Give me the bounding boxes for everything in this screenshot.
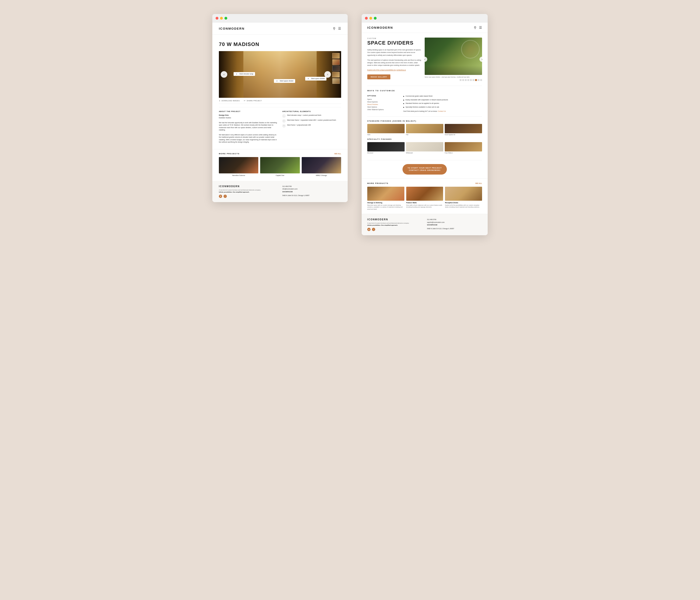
hero-dot-9[interactable]	[480, 79, 482, 81]
hero-dot-1[interactable]	[460, 79, 461, 81]
swatch-flat[interactable]	[406, 124, 443, 133]
about-section: ABOUT THE PROJECT Design firm: Eastlake …	[219, 107, 341, 146]
swatch-charcoal-wrap: Ebonized	[367, 142, 405, 154]
dot-yellow-right[interactable]	[369, 17, 372, 20]
right-footer-tagline: A new kind of custom furniture and archi…	[367, 222, 422, 226]
right-footer-contact: 312.498.5766 sayinfo@iconmodern.com SHOW…	[427, 218, 482, 230]
thumbnail-1[interactable]	[332, 53, 340, 58]
carousel-prev-button[interactable]: ‹	[221, 71, 227, 78]
project-image-3	[302, 157, 341, 173]
hero-dot-2[interactable]	[462, 79, 464, 81]
see-all-projects-link[interactable]: SEE ALL	[334, 153, 341, 154]
share-project-link[interactable]: ↩ SHARE PROJECT	[244, 100, 262, 102]
products-grid: Storage & Shelving Maximize space with o…	[367, 187, 482, 210]
footer-phone: 312.498.5766	[282, 185, 341, 188]
more-products-title: MORE PRODUCTS	[367, 182, 389, 184]
feature-1: Commercial grade water-based finish	[403, 95, 482, 98]
dot-red-right[interactable]	[365, 17, 368, 20]
right-footer-address: 5480 N Joliet St #110, Chicago IL 60657	[427, 227, 482, 230]
facebook-icon[interactable]: f	[224, 195, 227, 198]
option-wood-finishes[interactable]: Wood Finishes	[367, 104, 400, 105]
dot-red[interactable]	[216, 17, 218, 20]
hero-main-image	[425, 38, 482, 75]
swatch-whitewash-label: Whitewash	[406, 152, 443, 154]
right-footer-phone: 312.498.5766	[427, 218, 482, 221]
arch-item-2: 2 Steel tube frame + expanded metal infi…	[282, 119, 341, 123]
right-nav: ICONMODERN ⚲ ☰	[362, 22, 488, 33]
features-list: Commercial grade water-based finish Easi…	[403, 95, 482, 108]
project-card-3[interactable]: WBEZ Chicago	[302, 157, 341, 176]
dot-green-right[interactable]	[374, 17, 377, 20]
swatch-whitewash[interactable]	[406, 142, 443, 151]
swatch-faux[interactable]	[445, 142, 482, 151]
thumbnail-4[interactable]	[332, 72, 340, 77]
arch-text-2: Steel tube frame + expanded metal infill…	[287, 119, 336, 121]
feature-4: Specialty finishes available in urban as…	[403, 106, 482, 108]
search-icon[interactable]: ⚲	[333, 27, 335, 30]
option-specs[interactable]: Specs	[367, 99, 400, 100]
option-steel[interactable]: Steel Options	[367, 106, 400, 108]
option-wood-species[interactable]: Wood Species	[367, 101, 400, 103]
image-gallery-button[interactable]: IMAGE GALLERY	[367, 74, 390, 79]
hero-dot-7[interactable]	[475, 79, 477, 81]
thumbnail-3[interactable]	[332, 66, 340, 71]
swatch-whitewash-wrap: Whitewash	[406, 142, 443, 154]
options-title: OPTIONS	[367, 95, 400, 97]
right-facebook-icon[interactable]: f	[372, 228, 375, 231]
download-images-link[interactable]: ⇓ DOWNLOAD IMAGES	[219, 100, 240, 102]
dot-green[interactable]	[224, 17, 227, 20]
contact-link[interactable]: contacting us	[396, 69, 406, 71]
hero-dot-8[interactable]	[478, 79, 479, 81]
instagram-icon[interactable]: ■	[219, 195, 222, 198]
about-text: We had the fortunate opportunity to work…	[219, 122, 278, 131]
swatch-charcoal[interactable]	[367, 142, 405, 151]
right-footer-email: sayinfo@iconmodern.com	[427, 221, 482, 224]
right-nav-icons: ⚲ ☰	[474, 26, 482, 29]
hero-dot-4[interactable]	[467, 79, 469, 81]
product-desc-2: Give walls a fresh makeover with our cus…	[406, 204, 443, 208]
menu-icon[interactable]: ☰	[338, 27, 341, 30]
right-search-icon[interactable]: ⚲	[474, 26, 476, 29]
bullet-4	[403, 107, 404, 108]
design-firm-label: Design firm:	[219, 114, 278, 116]
project-card-2[interactable]: Capital One	[260, 157, 300, 176]
left-logo: ICONMODERN	[219, 27, 245, 30]
see-all-products-link[interactable]: SEE ALL	[475, 182, 482, 184]
project-card-1[interactable]: Narrative Science	[219, 157, 258, 176]
hero-dot-3[interactable]	[465, 79, 467, 81]
footer-contact: 312.498.5766 info@iconmodern.com SHOWROO…	[282, 185, 341, 197]
about-left: ABOUT THE PROJECT Design firm: Eastlake …	[219, 110, 278, 146]
right-menu-icon[interactable]: ☰	[479, 26, 482, 29]
ways-content: OPTIONS Specs Wood Species Wood Finishes…	[367, 95, 482, 113]
product-card-3[interactable]: Reception Desks Explore all of the possi…	[445, 187, 482, 210]
product-name-1: Storage & Shelving	[367, 202, 404, 203]
hero-dot-6[interactable]	[473, 79, 474, 81]
about-right: ARCHITECTURAL ELEMENTS 1 Steel elevator …	[282, 110, 341, 146]
option-other[interactable]: Other Material Options	[367, 109, 400, 110]
right-instagram-icon[interactable]: ■	[367, 228, 371, 231]
bullet-2	[403, 100, 404, 101]
arch-text-3: Steel frame + polycarbonate infill	[287, 124, 311, 126]
thumbnail-5[interactable]	[332, 78, 340, 84]
swatch-satin[interactable]	[367, 124, 405, 133]
right-hero-section: CUSTOM SPACE DIVIDERS Safely dividing sp…	[362, 33, 488, 86]
main-image-area: 1 Steel elevator wrap 2 Steel space divi…	[219, 51, 341, 98]
hero-dots	[425, 79, 482, 81]
hero-carousel-prev[interactable]: ‹	[422, 57, 427, 62]
footer-social: ■ f	[219, 195, 278, 198]
hero-dot-5[interactable]	[470, 79, 472, 81]
swatch-hand-applied[interactable]	[445, 124, 482, 133]
dot-yellow[interactable]	[220, 17, 223, 20]
hero-text: CUSTOM SPACE DIVIDERS Safely dividing sp…	[367, 38, 425, 79]
carousel-next-button[interactable]: ›	[324, 71, 331, 78]
product-card-1[interactable]: Storage & Shelving Maximize space with o…	[367, 187, 404, 210]
swatch-satin-wrap: Satin	[367, 124, 405, 135]
thumbnail-2[interactable]	[332, 59, 340, 65]
hero-carousel-next[interactable]: ›	[479, 57, 485, 62]
product-card-2[interactable]: Feature Walls Give walls a fresh makeove…	[406, 187, 443, 210]
arch-item-3: 3 Steel frame + polycarbonate infill	[282, 124, 341, 127]
swatch-satin-label: Satin	[367, 134, 405, 135]
contact-us-link[interactable]: Contact Us	[438, 110, 446, 112]
cta-button[interactable]: TO START YOUR NEXT PROJECT CONTACT CRAIG…	[402, 164, 447, 175]
project-name-1: Narrative Science	[219, 175, 258, 176]
